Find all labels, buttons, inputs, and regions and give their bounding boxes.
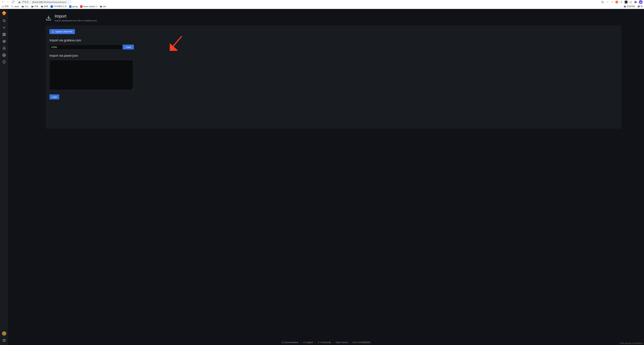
- svg-rect-12: [4, 33, 5, 34]
- address-bar[interactable]: 不安全 | 10.0.0.100:3000/dashboard/import: [16, 0, 72, 4]
- svg-rect-7: [2, 7, 3, 8]
- csdn-watermark: CSDN @qyzhg->写点博客玩玩: [619, 342, 643, 345]
- bookmark-label: HCM测试工具: [54, 5, 66, 8]
- panel-json-textarea[interactable]: [50, 60, 133, 90]
- ext-icon-5[interactable]: {·}: [629, 0, 632, 4]
- bookmark-label: Notes Station 3: [83, 5, 97, 8]
- ext-icon-3[interactable]: C: [620, 0, 623, 4]
- bookmark-pentest[interactable]: 渗透: [41, 5, 48, 8]
- svg-rect-1: [2, 6, 3, 6]
- ext-icon-1[interactable]: ⧉: [610, 0, 614, 4]
- section-panel-json-heading: Import via panel json: [50, 54, 618, 58]
- svg-rect-8: [3, 7, 4, 8]
- section-grafana-com-heading: Import via grafana.com: [50, 38, 618, 42]
- svg-rect-0: [2, 6, 2, 6]
- ext-icon-4[interactable]: ▸_: [625, 1, 628, 4]
- svg-marker-16: [4, 41, 5, 42]
- user-avatar[interactable]: [2, 331, 6, 336]
- search-icon[interactable]: [2, 19, 6, 22]
- svg-rect-5: [3, 6, 4, 6]
- bookmark-apps[interactable]: 应用: [2, 5, 8, 8]
- grafana-logo-icon[interactable]: [2, 11, 6, 16]
- upload-json-button[interactable]: Upload JSON file: [50, 29, 75, 34]
- dashboards-icon[interactable]: [2, 33, 6, 36]
- reload-icon[interactable]: [12, 0, 14, 4]
- load-gcom-button[interactable]: Load: [123, 45, 134, 50]
- forward-icon[interactable]: [6, 0, 9, 4]
- svg-rect-6: [2, 7, 2, 8]
- bookmark-label: 开发: [34, 5, 38, 8]
- star-icon[interactable]: ☆: [606, 0, 609, 4]
- sidebar: [0, 9, 8, 345]
- url-host: 10.0.0.100: [32, 1, 42, 4]
- bookmark-label: self: [103, 5, 106, 8]
- upload-json-label: Upload JSON file: [55, 30, 72, 33]
- main-content: Import Import dashboard from file or Gra…: [8, 9, 644, 345]
- annotation-arrow: [170, 35, 184, 51]
- bookmark-readlist[interactable]: 阅: [638, 5, 642, 8]
- bookmark-label: 渗透: [44, 5, 48, 8]
- footer-documentation-link[interactable]: Documentation: [282, 341, 298, 344]
- svg-rect-3: [2, 6, 2, 6]
- doc-icon: [282, 342, 284, 344]
- svg-rect-13: [3, 35, 4, 36]
- ext-icon-2[interactable]: ✕: [616, 1, 618, 4]
- bookmark-self[interactable]: self: [100, 5, 106, 8]
- browser-nav-bar: 不安全 | 10.0.0.100:3000/dashboard/import ☆…: [0, 0, 644, 4]
- bookmark-label: qyzhg: [72, 5, 78, 8]
- bookmark-qyzhg[interactable]: qyzhg: [69, 5, 78, 8]
- svg-point-15: [3, 40, 5, 43]
- footer-community-label: Community: [320, 341, 331, 344]
- footer-support-label: Support: [306, 341, 313, 344]
- bookmark-searx[interactable]: searx: [11, 5, 19, 8]
- svg-rect-2: [3, 6, 4, 6]
- explore-icon[interactable]: [2, 40, 6, 43]
- footer-version: v8.1.2 (103f8fa094): [352, 341, 370, 344]
- footer: Documentation | Support | Community | Op…: [8, 340, 644, 345]
- url-path: :3000/dashboard/import: [43, 1, 66, 4]
- bookmark-label: 阅: [640, 5, 642, 8]
- bookmark-label: searx: [14, 5, 19, 8]
- bookmark-notes[interactable]: Notes Station 3: [80, 5, 97, 8]
- svg-point-9: [11, 6, 12, 7]
- plus-icon[interactable]: [2, 26, 6, 29]
- upload-icon: [52, 30, 54, 33]
- page-header: Import Import dashboard from file or Gra…: [8, 9, 644, 25]
- alerting-icon[interactable]: [2, 46, 6, 50]
- svg-rect-11: [3, 33, 4, 34]
- server-admin-icon[interactable]: [2, 60, 6, 64]
- community-icon: [318, 342, 320, 344]
- insecure-icon: [18, 1, 21, 3]
- page-title: Import: [54, 14, 97, 18]
- svg-point-10: [3, 20, 5, 22]
- svg-point-17: [4, 55, 4, 56]
- back-icon[interactable]: [2, 0, 4, 4]
- bookmark-dev[interactable]: 开发: [31, 5, 38, 8]
- translate-icon[interactable]: [601, 0, 604, 4]
- footer-community-link[interactable]: Community: [318, 341, 331, 344]
- bookmark-office[interactable]: 办公: [22, 5, 29, 8]
- extensions-icon[interactable]: [634, 0, 637, 4]
- support-icon: [303, 342, 305, 344]
- load-json-button[interactable]: Load: [50, 94, 59, 100]
- bookmarks-bar: 应用 searx 办公 开发 渗透 HCM测试工具 qyzhg Notes St…: [0, 4, 644, 9]
- help-icon[interactable]: [2, 339, 6, 342]
- import-panel: Upload JSON file Import via grafana.com …: [46, 25, 622, 129]
- footer-support-link[interactable]: Support: [303, 341, 313, 344]
- grafana-com-id-input[interactable]: [50, 45, 123, 50]
- chrome-toolbar-right: ☆ ⧉ ✕ C ▸_ {·} qy: [601, 0, 642, 4]
- insecure-label: 不安全: [22, 0, 29, 4]
- footer-opensource-link[interactable]: Open Source: [336, 341, 348, 344]
- configuration-icon[interactable]: [2, 54, 6, 57]
- bookmark-label: 其他书签: [627, 5, 635, 8]
- bookmark-other[interactable]: 其他书签: [624, 5, 635, 8]
- svg-rect-4: [2, 6, 3, 6]
- svg-rect-14: [4, 35, 5, 36]
- footer-opensource-label: Open Source: [336, 341, 348, 344]
- page-subtitle: Import dashboard from file or Grafana.co…: [54, 19, 97, 22]
- bookmark-label: 办公: [25, 5, 29, 8]
- chrome-profile-avatar[interactable]: qy: [639, 0, 642, 4]
- bookmark-hcm[interactable]: HCM测试工具: [50, 5, 66, 8]
- import-icon: [46, 15, 52, 21]
- grafana-app: Import Import dashboard from file or Gra…: [0, 9, 644, 345]
